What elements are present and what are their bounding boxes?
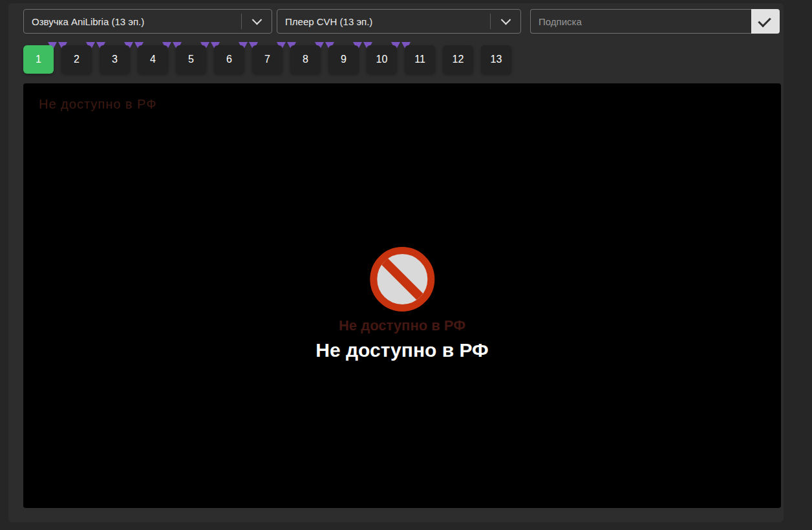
episode-wrap: 7 <box>252 45 283 74</box>
subscription-group <box>530 9 780 34</box>
check-icon <box>758 14 771 27</box>
episode-wrap: 8 <box>290 45 321 74</box>
episode-button-2[interactable]: 2 <box>61 45 92 74</box>
episode-button-11[interactable]: 11 <box>405 45 435 74</box>
episode-wrap: 4 <box>138 45 168 74</box>
episode-button-12[interactable]: 12 <box>443 45 473 74</box>
player-select-value: Плеер CVH (13 эп.) <box>285 16 490 27</box>
episode-button-1[interactable]: 1 <box>23 45 54 74</box>
episode-button-8[interactable]: 8 <box>290 45 321 74</box>
video-player-area[interactable]: Не доступно в РФ Не доступно в РФ Не дос… <box>23 83 781 508</box>
blocked-message-shadow: Не доступно в РФ <box>339 317 465 334</box>
voice-select[interactable]: Озвучка AniLibria (13 эп.) <box>23 9 272 34</box>
episode-wrap: 6 <box>214 45 244 74</box>
blocked-message: Не доступно в РФ <box>315 339 488 361</box>
chevron-down-icon <box>491 18 520 25</box>
episode-button-13[interactable]: 13 <box>481 45 511 74</box>
player-corner-watermark: Не доступно в РФ <box>39 97 156 112</box>
episode-button-4[interactable]: 4 <box>138 45 168 74</box>
episode-wrap: 1 <box>23 45 54 74</box>
episode-wrap: 12 <box>443 45 473 74</box>
controls-row: Озвучка AniLibria (13 эп.) Плеер CVH (13… <box>23 9 784 34</box>
episode-button-7[interactable]: 7 <box>252 45 283 74</box>
player-select[interactable]: Плеер CVH (13 эп.) <box>277 9 521 34</box>
episode-wrap: 5 <box>176 45 206 74</box>
no-entry-icon <box>370 247 434 312</box>
blocked-overlay: Не доступно в РФ Не доступно в РФ <box>315 247 488 361</box>
subscription-input[interactable] <box>530 9 751 34</box>
episode-wrap: 10 <box>367 45 397 74</box>
episode-wrap: 13 <box>481 45 511 74</box>
episode-wrap: 2 <box>61 45 92 74</box>
chevron-down-icon <box>242 18 272 25</box>
episode-row: 12345678910111213 <box>23 45 784 74</box>
subscribe-confirm-button[interactable] <box>751 9 780 34</box>
content-card: Озвучка AniLibria (13 эп.) Плеер CVH (13… <box>8 3 784 522</box>
episode-button-6[interactable]: 6 <box>214 45 244 74</box>
episode-button-3[interactable]: 3 <box>100 45 130 74</box>
episode-button-10[interactable]: 10 <box>367 45 397 74</box>
episode-wrap: 9 <box>328 45 359 74</box>
episode-wrap: 11 <box>405 45 435 74</box>
episode-button-9[interactable]: 9 <box>328 45 359 74</box>
episode-button-5[interactable]: 5 <box>176 45 206 74</box>
episode-wrap: 3 <box>100 45 130 74</box>
voice-select-value: Озвучка AniLibria (13 эп.) <box>32 16 241 27</box>
